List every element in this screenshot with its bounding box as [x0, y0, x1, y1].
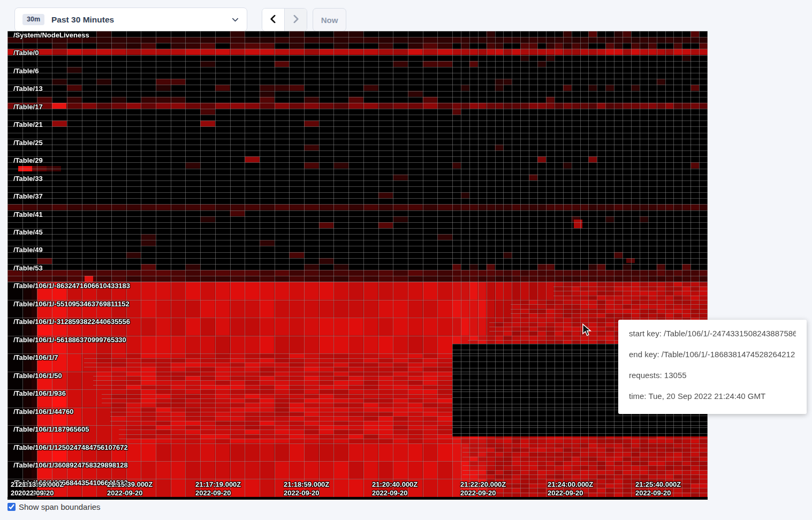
time-nav-group — [262, 8, 307, 32]
key-visualizer-page: 30m Past 30 Minutes Now start key: /Tabl… — [0, 0, 812, 520]
time-range-label: Past 30 Minutes — [51, 15, 114, 25]
prev-time-button[interactable] — [262, 9, 284, 31]
time-range-badge: 30m — [22, 14, 44, 25]
chevron-down-icon — [231, 16, 239, 24]
now-button[interactable]: Now — [313, 8, 346, 32]
show-span-boundaries-toggle[interactable]: Show span boundaries — [7, 502, 101, 511]
tooltip-requests: requests: 13055 — [629, 371, 796, 380]
tooltip-end-key: end key: /Table/106/1/-18683814745282642… — [629, 350, 796, 359]
tooltip-start-key: start key: /Table/106/1/-247433150824388… — [629, 329, 796, 338]
next-time-button[interactable] — [284, 9, 307, 31]
show-span-boundaries-label: Show span boundaries — [19, 502, 101, 511]
chevron-left-icon — [269, 14, 278, 26]
chevron-right-icon — [291, 14, 300, 26]
time-range-select[interactable]: 30m Past 30 Minutes — [14, 7, 247, 32]
show-span-boundaries-checkbox[interactable] — [7, 503, 16, 511]
key-visualizer-heatmap[interactable] — [7, 31, 708, 500]
tooltip-time: time: Tue, 20 Sep 2022 21:24:40 GMT — [629, 391, 796, 401]
key-visualizer: start key: /Table/106/1/-247433150824388… — [7, 31, 708, 500]
hover-tooltip: start key: /Table/106/1/-247433150824388… — [618, 320, 807, 414]
